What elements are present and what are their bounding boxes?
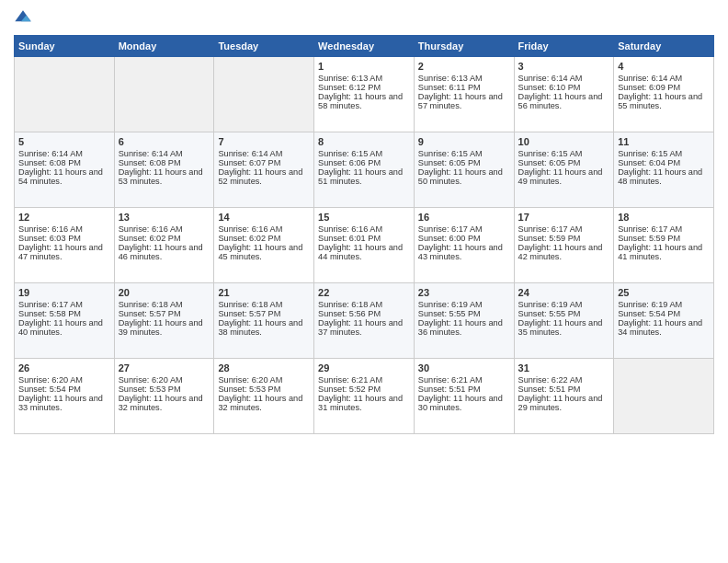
daylight-text: Daylight: 11 hours and 36 minutes. [418, 318, 510, 337]
calendar-cell: 14Sunrise: 6:16 AMSunset: 6:02 PMDayligh… [214, 208, 314, 283]
sunrise-text: Sunrise: 6:15 AM [418, 149, 510, 158]
sunset-text: Sunset: 5:57 PM [119, 309, 210, 318]
sunrise-text: Sunrise: 6:16 AM [318, 224, 410, 234]
sunset-text: Sunset: 6:05 PM [518, 158, 610, 167]
sunrise-text: Sunrise: 6:22 AM [518, 375, 610, 385]
daylight-text: Daylight: 11 hours and 32 minutes. [218, 394, 310, 412]
calendar-week-row: 26Sunrise: 6:20 AMSunset: 5:54 PMDayligh… [15, 359, 714, 434]
daylight-text: Daylight: 11 hours and 49 minutes. [518, 167, 610, 186]
sunrise-text: Sunrise: 6:17 AM [518, 224, 610, 234]
day-number: 31 [518, 362, 610, 373]
calendar-cell: 13Sunrise: 6:16 AMSunset: 6:02 PMDayligh… [114, 208, 214, 283]
sunrise-text: Sunrise: 6:16 AM [218, 224, 310, 234]
sunrise-text: Sunrise: 6:20 AM [119, 375, 210, 385]
calendar-week-row: 19Sunrise: 6:17 AMSunset: 5:58 PMDayligh… [15, 283, 714, 359]
sunrise-text: Sunrise: 6:15 AM [618, 149, 710, 158]
daylight-text: Daylight: 11 hours and 40 minutes. [18, 318, 110, 337]
day-number: 5 [18, 136, 110, 147]
sunrise-text: Sunrise: 6:14 AM [119, 149, 210, 158]
calendar-cell: 1Sunrise: 6:13 AMSunset: 6:12 PMDaylight… [314, 57, 415, 132]
sunrise-text: Sunrise: 6:18 AM [119, 300, 210, 309]
daylight-text: Daylight: 11 hours and 52 minutes. [218, 167, 310, 186]
daylight-text: Daylight: 11 hours and 42 minutes. [518, 243, 610, 261]
sunset-text: Sunset: 6:02 PM [218, 234, 310, 243]
daylight-text: Daylight: 11 hours and 34 minutes. [618, 318, 710, 337]
daylight-text: Daylight: 11 hours and 41 minutes. [618, 243, 710, 261]
sunrise-text: Sunrise: 6:20 AM [218, 375, 310, 385]
sunrise-text: Sunrise: 6:13 AM [418, 74, 510, 83]
sunset-text: Sunset: 6:05 PM [418, 158, 510, 167]
sunset-text: Sunset: 6:02 PM [119, 234, 210, 243]
calendar-cell: 4Sunrise: 6:14 AMSunset: 6:09 PMDaylight… [614, 57, 714, 132]
weekday-header-cell: Tuesday [214, 36, 314, 57]
day-number: 19 [18, 287, 110, 298]
daylight-text: Daylight: 11 hours and 55 minutes. [618, 92, 710, 110]
sunrise-text: Sunrise: 6:21 AM [318, 375, 410, 385]
header [14, 9, 714, 28]
sunset-text: Sunset: 5:54 PM [618, 309, 710, 318]
sunset-text: Sunset: 6:03 PM [18, 234, 110, 243]
sunset-text: Sunset: 5:59 PM [518, 234, 610, 243]
daylight-text: Daylight: 11 hours and 29 minutes. [518, 394, 610, 412]
calendar-cell: 23Sunrise: 6:19 AMSunset: 5:55 PMDayligh… [414, 283, 514, 359]
calendar-cell: 10Sunrise: 6:15 AMSunset: 6:05 PMDayligh… [514, 132, 614, 208]
sunset-text: Sunset: 5:55 PM [518, 309, 610, 318]
calendar-cell: 18Sunrise: 6:17 AMSunset: 5:59 PMDayligh… [614, 208, 714, 283]
sunset-text: Sunset: 5:52 PM [318, 385, 410, 394]
day-number: 9 [418, 136, 510, 147]
calendar-cell: 3Sunrise: 6:14 AMSunset: 6:10 PMDaylight… [514, 57, 614, 132]
day-number: 2 [418, 61, 510, 72]
sunrise-text: Sunrise: 6:14 AM [218, 149, 310, 158]
day-number: 3 [518, 61, 610, 72]
sunset-text: Sunset: 6:09 PM [618, 83, 710, 92]
sunset-text: Sunset: 5:57 PM [218, 309, 310, 318]
sunset-text: Sunset: 5:55 PM [418, 309, 510, 318]
sunrise-text: Sunrise: 6:14 AM [618, 74, 710, 83]
calendar-container: SundayMondayTuesdayWednesdayThursdayFrid… [0, 0, 728, 563]
daylight-text: Daylight: 11 hours and 43 minutes. [418, 243, 510, 261]
weekday-header-cell: Sunday [15, 36, 115, 57]
weekday-header-cell: Wednesday [314, 36, 415, 57]
calendar-cell: 2Sunrise: 6:13 AMSunset: 6:11 PMDaylight… [414, 57, 514, 132]
sunset-text: Sunset: 5:59 PM [618, 234, 710, 243]
calendar-cell: 20Sunrise: 6:18 AMSunset: 5:57 PMDayligh… [114, 283, 214, 359]
day-number: 4 [618, 61, 710, 72]
calendar-cell: 12Sunrise: 6:16 AMSunset: 6:03 PMDayligh… [15, 208, 115, 283]
daylight-text: Daylight: 11 hours and 57 minutes. [418, 92, 510, 110]
calendar-cell: 27Sunrise: 6:20 AMSunset: 5:53 PMDayligh… [114, 359, 214, 434]
calendar-cell: 25Sunrise: 6:19 AMSunset: 5:54 PMDayligh… [614, 283, 714, 359]
calendar-week-row: 12Sunrise: 6:16 AMSunset: 6:03 PMDayligh… [15, 208, 714, 283]
daylight-text: Daylight: 11 hours and 38 minutes. [218, 318, 310, 337]
sunrise-text: Sunrise: 6:17 AM [18, 300, 110, 309]
sunset-text: Sunset: 5:54 PM [18, 385, 110, 394]
sunset-text: Sunset: 6:10 PM [518, 83, 610, 92]
calendar-cell: 24Sunrise: 6:19 AMSunset: 5:55 PMDayligh… [514, 283, 614, 359]
day-number: 14 [218, 212, 310, 223]
sunset-text: Sunset: 6:01 PM [318, 234, 410, 243]
sunrise-text: Sunrise: 6:16 AM [119, 224, 210, 234]
day-number: 24 [518, 287, 610, 298]
logo [14, 9, 34, 28]
calendar-cell: 26Sunrise: 6:20 AMSunset: 5:54 PMDayligh… [15, 359, 115, 434]
sunset-text: Sunset: 6:08 PM [119, 158, 210, 167]
logo-icon [14, 9, 32, 28]
day-number: 15 [318, 212, 410, 223]
day-number: 12 [18, 212, 110, 223]
sunset-text: Sunset: 5:58 PM [18, 309, 110, 318]
calendar-cell: 19Sunrise: 6:17 AMSunset: 5:58 PMDayligh… [15, 283, 115, 359]
calendar-cell [214, 57, 314, 132]
sunset-text: Sunset: 5:56 PM [318, 309, 410, 318]
sunset-text: Sunset: 5:51 PM [418, 385, 510, 394]
sunrise-text: Sunrise: 6:16 AM [18, 224, 110, 234]
calendar-cell: 15Sunrise: 6:16 AMSunset: 6:01 PMDayligh… [314, 208, 415, 283]
daylight-text: Daylight: 11 hours and 56 minutes. [518, 92, 610, 110]
calendar-cell: 31Sunrise: 6:22 AMSunset: 5:51 PMDayligh… [514, 359, 614, 434]
sunrise-text: Sunrise: 6:21 AM [418, 375, 510, 385]
day-number: 6 [119, 136, 210, 147]
daylight-text: Daylight: 11 hours and 44 minutes. [318, 243, 410, 261]
calendar-cell [614, 359, 714, 434]
day-number: 13 [119, 212, 210, 223]
daylight-text: Daylight: 11 hours and 39 minutes. [119, 318, 210, 337]
day-number: 17 [518, 212, 610, 223]
sunrise-text: Sunrise: 6:14 AM [18, 149, 110, 158]
